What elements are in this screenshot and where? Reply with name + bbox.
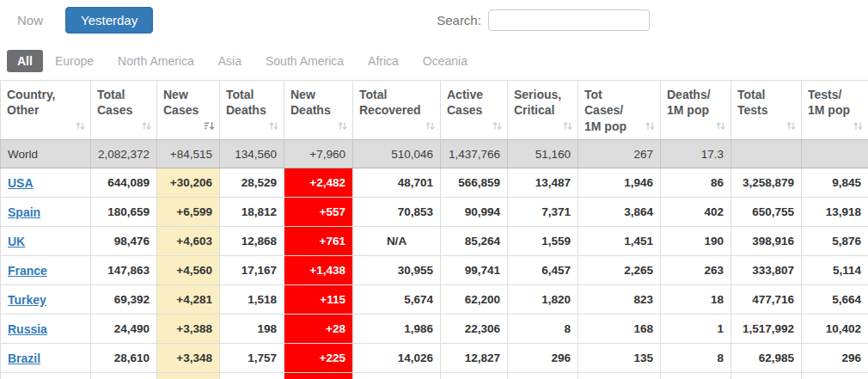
- tab-asia[interactable]: Asia: [206, 50, 254, 72]
- cell-active-cases: 99,741: [441, 256, 508, 285]
- col-header-label: Tests/ 1M pop: [808, 88, 850, 117]
- country-link[interactable]: Russia: [8, 322, 47, 336]
- col-header-label: Active Cases: [447, 88, 483, 117]
- tab-africa[interactable]: Africa: [356, 50, 411, 72]
- table-row: Spain180,659+6,59918,812+55770,85390,994…: [1, 198, 868, 227]
- col-header-label: Deaths/ 1M pop: [667, 88, 711, 117]
- col-header-country[interactable]: Country, Other: [1, 81, 91, 140]
- cell-deaths-1m-pop: 358: [661, 373, 731, 379]
- cell-new-cases: +2,667: [157, 373, 220, 379]
- cell-new-cases: +3,388: [157, 315, 220, 344]
- col-header-serious-critical[interactable]: Serious, Critical: [508, 81, 578, 140]
- cell-new-cases: +4,603: [157, 227, 220, 256]
- col-header-label: Country, Other: [7, 88, 56, 117]
- country-link[interactable]: Turkey: [8, 293, 46, 307]
- cell-total-recovered: N/A: [353, 227, 441, 256]
- country-link[interactable]: UK: [8, 235, 25, 248]
- cell-tests-1m-pop: 5,664: [802, 285, 868, 315]
- search-input[interactable]: [488, 9, 650, 31]
- cell-total-cases: 98,476: [91, 227, 157, 256]
- cell-active-cases: 105,418: [441, 373, 508, 379]
- cell-total-deaths: 17,167: [220, 256, 284, 285]
- cell-new-deaths: +115: [284, 285, 353, 315]
- table-row: Brazil28,610+3,3481,757+22514,02612,8272…: [1, 344, 868, 373]
- cell-new-cases: +6,599: [157, 198, 220, 227]
- cell-country: Russia: [1, 315, 91, 344]
- sort-icon: [645, 120, 656, 131]
- cell-tot-cases-1m-pop: 1,946: [578, 168, 661, 198]
- cell-total-recovered: 38,092: [353, 373, 441, 379]
- world-cell-new-deaths: +7,960: [284, 140, 353, 168]
- cell-serious-critical: 3,079: [508, 373, 578, 379]
- cell-total-recovered: 70,853: [353, 198, 441, 227]
- cell-deaths-1m-pop: 263: [661, 256, 731, 285]
- cell-tests-1m-pop: 18,481: [802, 373, 868, 379]
- world-cell-active-cases: 1,437,766: [441, 140, 508, 168]
- cell-active-cases: 22,306: [441, 315, 508, 344]
- country-link[interactable]: Spain: [8, 205, 40, 219]
- col-header-active-cases[interactable]: Active Cases: [441, 81, 508, 140]
- country-link[interactable]: USA: [8, 176, 34, 190]
- tab-europe[interactable]: Europe: [43, 50, 106, 72]
- tab-all[interactable]: All: [7, 50, 43, 72]
- cell-new-cases: +4,560: [157, 256, 220, 285]
- col-header-tests-1m-pop[interactable]: Tests/ 1M pop: [802, 81, 868, 140]
- world-cell-tests-1m-pop: [802, 140, 868, 168]
- country-link[interactable]: France: [8, 264, 47, 278]
- cell-total-recovered: 1,986: [353, 315, 441, 344]
- col-header-new-cases[interactable]: New Cases: [157, 81, 220, 140]
- tab-north-america[interactable]: North America: [106, 50, 206, 72]
- cell-country: Spain: [1, 198, 91, 227]
- world-cell-tot-cases-1m-pop: 267: [578, 140, 661, 168]
- tab-south-america[interactable]: South America: [254, 50, 356, 72]
- cell-country: Brazil: [1, 344, 91, 373]
- cell-serious-critical: 1,820: [508, 285, 578, 315]
- cell-total-cases: 165,155: [91, 373, 157, 379]
- yesterday-button[interactable]: Yesterday: [65, 7, 153, 34]
- col-header-deaths-1m-pop[interactable]: Deaths/ 1M pop: [661, 81, 731, 140]
- sort-desc-icon: [204, 120, 215, 131]
- cell-serious-critical: 296: [508, 344, 578, 373]
- world-cell-deaths-1m-pop: 17.3: [661, 140, 731, 168]
- col-header-label: Tot Cases/ 1M pop: [584, 88, 627, 133]
- cell-country: Italy: [1, 373, 91, 379]
- cell-country: France: [1, 256, 91, 285]
- now-button[interactable]: Now: [14, 8, 46, 33]
- col-header-new-deaths[interactable]: New Deaths: [284, 81, 353, 140]
- cell-tot-cases-1m-pop: 2,732: [578, 373, 661, 379]
- col-header-total-recovered[interactable]: Total Recovered: [353, 81, 441, 140]
- col-header-total-tests[interactable]: Total Tests: [731, 81, 802, 140]
- world-row: World2,082,372+84,515134,560+7,960510,04…: [1, 140, 868, 168]
- cell-tests-1m-pop: 10,402: [802, 315, 868, 344]
- cell-total-tests: 477,716: [731, 285, 802, 315]
- col-header-total-cases[interactable]: Total Cases: [91, 81, 157, 140]
- cell-total-tests: 62,985: [731, 344, 802, 373]
- country-link[interactable]: Brazil: [8, 351, 40, 365]
- cell-total-tests: 1,117,404: [731, 373, 802, 379]
- cell-country: USA: [1, 168, 91, 198]
- world-cell-total-tests: [731, 140, 802, 168]
- cell-new-deaths: +761: [284, 227, 353, 256]
- col-header-label: Total Tests: [737, 88, 768, 117]
- cell-total-deaths: 12,868: [220, 227, 284, 256]
- continent-tabs: AllEuropeNorth AmericaAsiaSouth AmericaA…: [7, 50, 868, 72]
- cell-total-cases: 147,863: [91, 256, 157, 285]
- cell-country: UK: [1, 227, 91, 256]
- cell-serious-critical: 7,371: [508, 198, 578, 227]
- cell-tests-1m-pop: 5,114: [802, 256, 868, 285]
- cell-total-cases: 24,490: [91, 315, 157, 344]
- cell-total-deaths: 198: [220, 315, 284, 344]
- cell-active-cases: 566,859: [441, 168, 508, 198]
- sort-icon: [853, 120, 864, 131]
- world-cell-total-deaths: 134,560: [220, 140, 284, 168]
- tab-oceania[interactable]: Oceania: [411, 50, 480, 72]
- sort-icon: [715, 120, 726, 131]
- col-header-tot-cases-1m-pop[interactable]: Tot Cases/ 1M pop: [578, 81, 661, 140]
- cell-total-tests: 333,807: [731, 256, 802, 285]
- cell-total-deaths: 21,645: [220, 373, 284, 379]
- sort-icon: [268, 120, 279, 131]
- cell-deaths-1m-pop: 86: [661, 168, 731, 198]
- col-header-total-deaths[interactable]: Total Deaths: [220, 81, 284, 140]
- cell-new-cases: +4,281: [157, 285, 220, 315]
- world-cell-new-cases: +84,515: [157, 140, 220, 168]
